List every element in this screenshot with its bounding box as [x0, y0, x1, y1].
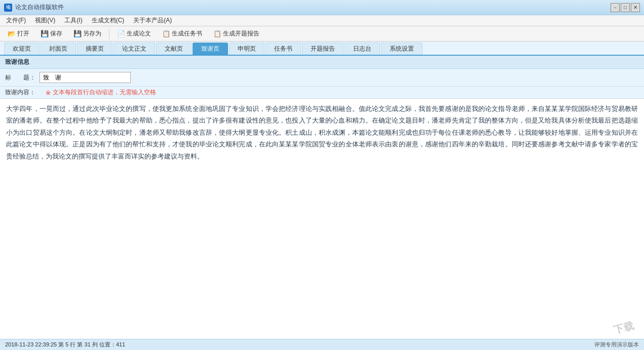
- body-text[interactable]: 大学四年，一晃而过，通过此次毕业论文的撰写，使我更加系统全面地巩固了专业知识，学…: [0, 99, 644, 339]
- tab-thanks[interactable]: 致谢页: [193, 43, 228, 55]
- close-button[interactable]: ✕: [631, 3, 640, 12]
- tab-log[interactable]: 日志台: [345, 43, 380, 55]
- save-icon: 💾: [41, 30, 49, 38]
- menu-tools[interactable]: 工具(I): [60, 16, 86, 26]
- gen-paper-icon: 📄: [117, 30, 125, 38]
- title-bar-left: 论 论文自动排版软件: [4, 3, 64, 12]
- tab-task[interactable]: 任务书: [266, 43, 301, 55]
- app-icon: 论: [4, 4, 12, 12]
- status-right: 评测专用演示版本: [594, 341, 639, 348]
- status-bar: 2018-11-23 22:39:25 第 5 行 第 31 列 位置：411 …: [0, 339, 644, 350]
- tab-abstract[interactable]: 摘要页: [77, 43, 112, 55]
- status-left: 2018-11-23 22:39:25 第 5 行 第 31 列 位置：411: [5, 341, 125, 348]
- toolbar: 📂 打开 💾 保存 💾 另存为 📄 生成论文 📋 生成任务书 📋 生成开题报告: [0, 26, 644, 42]
- gen-report-icon: 📋: [213, 30, 221, 38]
- main-content: 致谢信息 标 题： 致谢内容： ※ 文本每段首行自动缩进，无需输入空格 大学四年…: [0, 56, 644, 339]
- title-bar-controls: － □ ✕: [611, 3, 640, 12]
- toolbar-separator-1: [109, 29, 109, 39]
- title-input[interactable]: [40, 72, 131, 83]
- tab-opening[interactable]: 开题报告: [302, 43, 344, 55]
- gen-report-button[interactable]: 📋 生成开题报告: [209, 28, 264, 40]
- tab-welcome[interactable]: 欢迎页: [4, 43, 40, 55]
- tab-bar: 欢迎页 封面页 摘要页 论文正文 文献页 致谢页 申明页 任务书 开题报告 日志…: [0, 42, 644, 56]
- gen-report-label: 生成开题报告: [223, 29, 259, 38]
- section-header: 致谢信息: [0, 56, 644, 69]
- window-title: 论文自动排版软件: [15, 3, 64, 12]
- menu-generate[interactable]: 生成文档(C): [88, 16, 129, 26]
- hint-text: 文本每段首行自动缩进，无需输入空格: [53, 88, 156, 97]
- tab-declaration[interactable]: 申明页: [229, 43, 264, 55]
- content-label-row: 致谢内容： ※ 文本每段首行自动缩进，无需输入空格: [0, 87, 644, 99]
- menu-file[interactable]: 文件(F): [2, 16, 30, 26]
- tab-cover[interactable]: 封面页: [41, 43, 76, 55]
- gen-task-label: 生成任务书: [172, 29, 202, 38]
- gen-paper-button[interactable]: 📄 生成论文: [112, 28, 156, 40]
- save-button[interactable]: 💾 保存: [36, 28, 67, 40]
- tab-reference[interactable]: 文献页: [156, 43, 192, 55]
- tab-body[interactable]: 论文正文: [113, 43, 155, 55]
- menu-view[interactable]: 视图(V): [31, 16, 59, 26]
- hint-icon: ※: [46, 89, 51, 96]
- open-icon: 📂: [8, 30, 16, 38]
- open-label: 打开: [17, 29, 29, 38]
- open-button[interactable]: 📂 打开: [3, 28, 34, 40]
- save-label: 保存: [50, 29, 62, 38]
- tab-settings[interactable]: 系统设置: [381, 43, 423, 55]
- menu-bar: 文件(F) 视图(V) 工具(I) 生成文档(C) 关于本产品(A): [0, 15, 644, 26]
- menu-about[interactable]: 关于本产品(A): [129, 16, 176, 26]
- saveas-button[interactable]: 💾 另存为: [69, 28, 106, 40]
- saveas-icon: 💾: [73, 30, 82, 38]
- content-label: 致谢内容：: [5, 88, 35, 97]
- restore-button[interactable]: □: [621, 3, 630, 12]
- title-bar: 论 论文自动排版软件 － □ ✕: [0, 0, 644, 15]
- form-label: 标 题：: [5, 73, 35, 82]
- form-row: 标 题：: [0, 69, 644, 87]
- minimize-button[interactable]: －: [611, 3, 620, 12]
- gen-task-icon: 📋: [162, 30, 170, 38]
- saveas-label: 另存为: [83, 29, 101, 38]
- gen-paper-label: 生成论文: [127, 29, 151, 38]
- gen-task-button[interactable]: 📋 生成任务书: [158, 28, 207, 40]
